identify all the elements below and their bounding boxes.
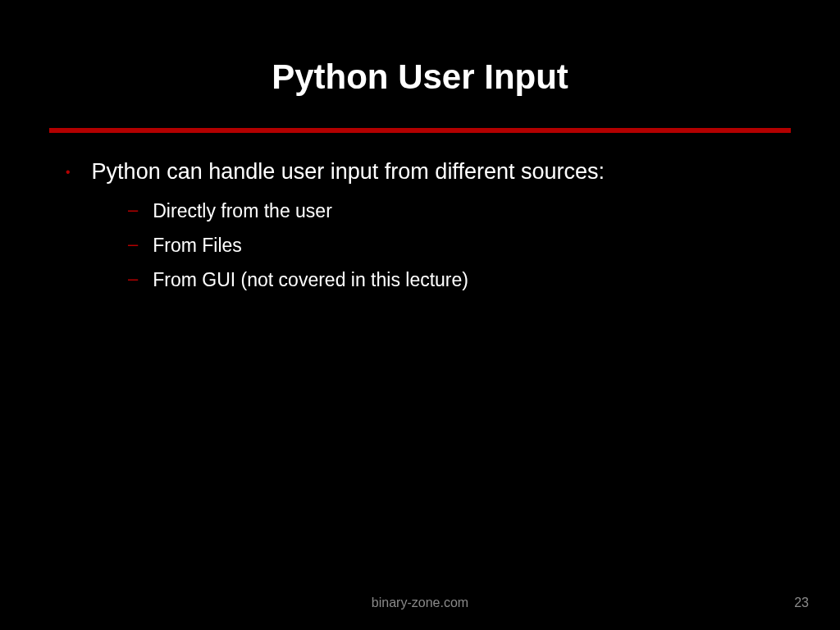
- main-bullet: • Python can handle user input from diff…: [66, 158, 791, 186]
- page-number: 23: [794, 596, 809, 610]
- slide-content: • Python can handle user input from diff…: [49, 158, 791, 293]
- sub-bullet-text: From GUI (not covered in this lecture): [153, 268, 468, 293]
- sub-bullet-text: From Files: [153, 234, 242, 258]
- sub-bullet-text: Directly from the user: [153, 199, 332, 224]
- dash-icon: –: [128, 268, 138, 290]
- dash-icon: –: [128, 199, 138, 221]
- title-divider: [49, 128, 791, 133]
- sub-bullet-item: – Directly from the user: [128, 199, 791, 224]
- main-bullet-text: Python can handle user input from differ…: [92, 158, 605, 186]
- footer-website: binary-zone.com: [372, 596, 468, 610]
- sub-bullet-list: – Directly from the user – From Files – …: [66, 199, 791, 293]
- slide-title: Python User Input: [49, 57, 791, 97]
- slide-container: Python User Input • Python can handle us…: [0, 0, 840, 630]
- dash-icon: –: [128, 234, 138, 255]
- slide-footer: binary-zone.com: [0, 596, 840, 610]
- sub-bullet-item: – From Files: [128, 234, 791, 258]
- sub-bullet-item: – From GUI (not covered in this lecture): [128, 268, 791, 293]
- bullet-dot-icon: •: [66, 166, 71, 179]
